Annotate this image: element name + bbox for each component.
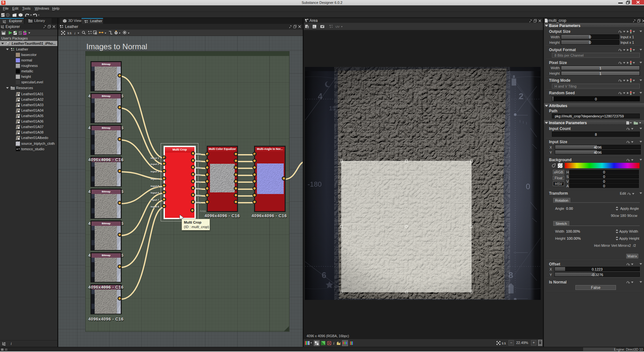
svg-text:1:1: 1:1: [67, 32, 71, 35]
svg-text:UV: UV: [336, 25, 340, 28]
svg-text:i: i: [333, 341, 334, 346]
svg-text:i: i: [74, 31, 75, 35]
svg-text:1:1: 1:1: [502, 342, 506, 345]
svg-text:b: b: [307, 26, 308, 29]
